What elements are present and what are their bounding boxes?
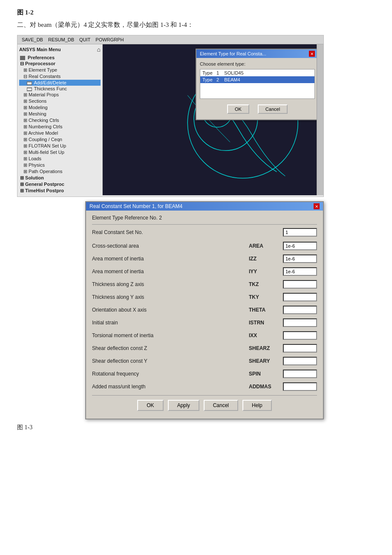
sidebar-item-real-constants[interactable]: ⊟ Real Constants <box>19 73 101 80</box>
param-code-6: ISTRN <box>249 320 283 326</box>
param-row-11: Added mass/unit length ADDMAS <box>92 382 317 392</box>
param-input-0[interactable] <box>283 242 317 250</box>
set-no-label: Real Constant Set No. <box>92 229 143 235</box>
sidebar-item-loads[interactable]: ⊞ Loads <box>19 156 101 162</box>
figure-label: 图 1-3 <box>17 424 375 431</box>
sidebar-item-sections[interactable]: ⊞ Sections <box>19 98 101 104</box>
param-code-0: AREA <box>249 243 283 249</box>
ansys-main: ANSYS Main Menu ⌂ Preferences ⊟ Preproce… <box>17 44 323 195</box>
sidebar-item-meshing[interactable]: ⊞ Meshing <box>19 111 101 117</box>
toolbar-resum[interactable]: RESUM_DB <box>46 37 76 43</box>
ref-no-row: Element Type Reference No. 2 <box>92 215 317 225</box>
param-input-8[interactable] <box>283 344 317 353</box>
ok-button[interactable]: OK <box>137 400 163 411</box>
sidebar-item-preprocessor[interactable]: ⊟ Preprocessor <box>19 61 101 67</box>
sidebar-item-add-edit[interactable]: Add/Edit/Delete <box>19 80 101 86</box>
sidebar-item-modeling[interactable]: ⊞ Modeling <box>19 104 101 111</box>
sidebar-item-solution[interactable]: ⊞ Solution <box>19 175 101 181</box>
sidebar-item-checking-ctrls[interactable]: ⊞ Checking Ctrls <box>19 117 101 124</box>
choose-element-label: Choose element type: <box>200 61 315 66</box>
param-row-4: Thickness along Y axis TKY <box>92 292 317 302</box>
params-container: Cross-sectional area AREA Area moment of… <box>92 241 317 392</box>
cancel-button[interactable]: Cancel <box>258 104 288 114</box>
param-code-7: IXX <box>249 332 283 338</box>
cancel-button[interactable]: Cancel <box>204 400 238 411</box>
real-const-titlebar: Real Constant Set Number 1, for BEAM4 ✕ <box>86 202 323 211</box>
param-row-6: Initial strain ISTRN <box>92 318 317 328</box>
param-label-5: Orientation about X axis <box>92 307 249 313</box>
param-label-0: Cross-sectional area <box>92 243 249 249</box>
param-label-1: Area moment of inertia <box>92 256 249 262</box>
sidebar-item-thickness-func[interactable]: Thickness Func <box>19 86 101 92</box>
sidebar-item-material-props[interactable]: ⊞ Material Props <box>19 92 101 98</box>
param-row-10: Rotational frequency SPIN <box>92 369 317 379</box>
sidebar-item-multifield[interactable]: ⊞ Multi-field Set Up <box>19 149 101 156</box>
dialog-element-type-title: Element Type for Real Consta... <box>200 51 266 56</box>
ansys-viewport: 1 AREAS TYPE NUM A1 A2 <box>103 44 323 195</box>
sidebar-item-general-postproc[interactable]: ⊞ General Postproc <box>19 181 101 188</box>
param-row-8: Shear deflection const Z SHEARZ <box>92 343 317 353</box>
page-title: 图 1-2 <box>17 9 375 17</box>
element-type-list[interactable]: Type 1 SOLID45 Type 2 BEAM4 <box>200 69 315 99</box>
dialog-real-const: Real Constant Set Number 1, for BEAM4 ✕ … <box>85 201 324 419</box>
param-label-7: Torsional moment of inertia <box>92 332 249 338</box>
param-row-3: Thickness along Z axis TKZ <box>92 279 317 289</box>
sidebar-item-flotran[interactable]: ⊞ FLOTRAN Set Up <box>19 143 101 149</box>
param-label-8: Shear deflection const Z <box>92 345 249 351</box>
param-label-10: Rotational frequency <box>92 371 249 377</box>
sidebar-item-timehist[interactable]: ⊞ TimeHist Postpro <box>19 188 101 194</box>
page-subtitle: 二、对 beam（梁单元）4 定义实常数，尽量小如图 1-3 和 1-4： <box>17 21 375 29</box>
param-input-2[interactable] <box>283 267 317 276</box>
sidebar-item-coupling[interactable]: ⊞ Coupling / Ceqn <box>19 136 101 143</box>
param-input-4[interactable] <box>283 293 317 301</box>
param-label-4: Thickness along Y axis <box>92 294 249 300</box>
param-row-9: Shear deflection const Y SHEARY <box>92 356 317 366</box>
sidebar-item-archive-model[interactable]: ⊞ Archive Model <box>19 130 101 136</box>
scrollbar[interactable] <box>317 44 323 195</box>
param-code-1: IZZ <box>249 256 283 262</box>
real-const-title: Real Constant Set Number 1, for BEAM4 <box>89 203 182 209</box>
home-icon[interactable]: ⌂ <box>97 46 101 53</box>
real-const-close-button[interactable]: ✕ <box>314 203 320 209</box>
param-code-2: IYY <box>249 269 283 275</box>
sidebar-item-numbering-ctrls[interactable]: ⊞ Numbering Ctrls <box>19 124 101 130</box>
set-no-input[interactable] <box>283 228 317 237</box>
ok-button[interactable]: OK <box>227 104 249 114</box>
param-input-7[interactable] <box>283 331 317 340</box>
param-label-6: Initial strain <box>92 320 249 326</box>
param-row-0: Cross-sectional area AREA <box>92 241 317 251</box>
param-input-3[interactable] <box>283 280 317 289</box>
ansys-toolbar: SAVE_DB RESUM_DB QUIT POWRGRPH <box>17 35 323 44</box>
sidebar-item-physics[interactable]: ⊞ Physics <box>19 162 101 168</box>
param-input-5[interactable] <box>283 306 317 314</box>
param-code-5: THETA <box>249 307 283 313</box>
dialog-element-type-body: Choose element type: Type 1 SOLID45 Type… <box>196 58 318 119</box>
toolbar-powrgrph[interactable]: POWRGRPH <box>93 37 126 43</box>
sidebar-item-topological[interactable]: ⊞ Topological Opt <box>19 194 101 195</box>
param-code-3: TKZ <box>249 281 283 287</box>
param-input-6[interactable] <box>283 318 317 327</box>
element-type-row-1[interactable]: Type 2 BEAM4 <box>200 76 314 83</box>
sidebar-item-path-ops[interactable]: ⊞ Path Operations <box>19 168 101 175</box>
toolbar-quit[interactable]: QUIT <box>77 37 92 43</box>
sidebar-item-element-type[interactable]: ⊞ Element Type <box>19 67 101 73</box>
param-input-9[interactable] <box>283 357 317 365</box>
dialog-element-type-buttons: OK Cancel <box>200 102 315 116</box>
element-type-row-0[interactable]: Type 1 SOLID45 <box>200 69 314 76</box>
param-row-5: Orientation about X axis THETA <box>92 305 317 315</box>
param-label-11: Added mass/unit length <box>92 384 249 390</box>
apply-button[interactable]: Apply <box>168 400 199 411</box>
toolbar-save[interactable]: SAVE_DB <box>20 37 45 43</box>
real-const-body: Element Type Reference No. 2 Real Consta… <box>86 211 323 419</box>
param-label-3: Thickness along Z axis <box>92 281 249 287</box>
param-input-1[interactable] <box>283 254 317 263</box>
close-button[interactable]: ✕ <box>309 51 315 57</box>
param-input-10[interactable] <box>283 370 317 378</box>
dialog-element-type: Element Type for Real Consta... ✕ Choose… <box>196 49 319 120</box>
bottom-buttons: OK Apply Cancel Help <box>92 395 317 414</box>
help-button[interactable]: Help <box>242 400 272 411</box>
param-code-4: TKY <box>249 294 283 300</box>
param-input-11[interactable] <box>283 382 317 391</box>
param-code-10: SPIN <box>249 371 283 377</box>
sidebar-item-preferences[interactable]: Preferences <box>19 55 101 61</box>
